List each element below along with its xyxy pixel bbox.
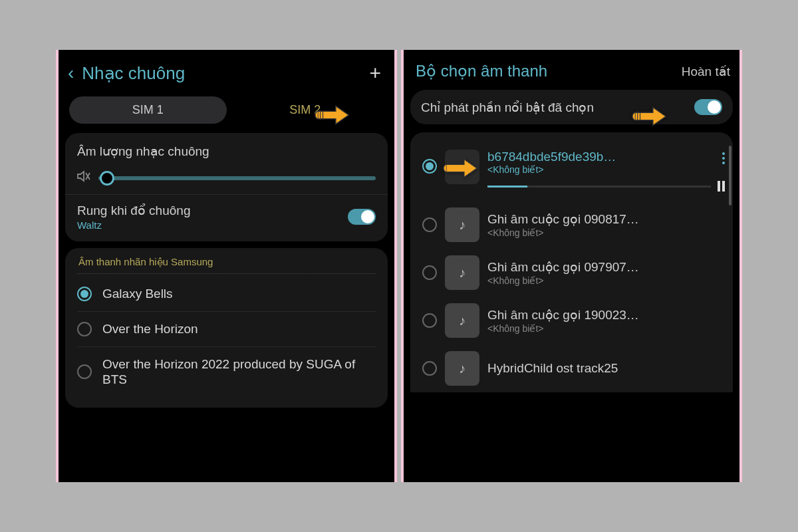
- sound-sub: <Không biết>: [487, 275, 725, 286]
- sound-thumbnail: ♪: [445, 351, 479, 386]
- tone-label: Over the Horizon 2022 produced by SUGA o…: [102, 356, 376, 388]
- volume-section: Âm lượng nhạc chuông Rung khi đổ chuông …: [65, 133, 388, 241]
- radio-unselected[interactable]: [422, 361, 437, 376]
- tone-item[interactable]: Galaxy Bells: [77, 277, 376, 311]
- done-button[interactable]: Hoàn tất: [682, 64, 730, 79]
- radio-selected[interactable]: [77, 287, 92, 301]
- sound-thumbnail: ♪: [445, 255, 479, 290]
- vibrate-toggle[interactable]: [348, 209, 376, 225]
- highlight-label: Chỉ phát phần nổi bật đã chọn: [421, 100, 594, 115]
- radio-unselected[interactable]: [422, 217, 437, 232]
- mute-icon: [77, 170, 92, 186]
- highlight-toggle[interactable]: [694, 99, 722, 115]
- sim-tabs: SIM 1 SIM 2: [59, 92, 394, 133]
- sound-thumbnail: ♪: [445, 207, 479, 242]
- radio-unselected[interactable]: [422, 265, 437, 280]
- sound-thumbnail: [445, 150, 479, 184]
- sound-item[interactable]: ♪ Ghi âm cuộc gọi 190023… <Không biết>: [420, 297, 728, 344]
- tab-sim2[interactable]: SIM 2: [227, 96, 384, 124]
- sound-thumbnail: ♪: [445, 303, 479, 338]
- sound-item[interactable]: ♪ Ghi âm cuộc gọi 097907… <Không biết>: [420, 249, 728, 297]
- sound-title: HybridChild ost track25: [487, 361, 725, 376]
- brand-header: Âm thanh nhãn hiệu Samsung: [77, 256, 376, 274]
- volume-slider[interactable]: [98, 176, 376, 180]
- sound-title: Ghi âm cuộc gọi 090817…: [487, 211, 725, 227]
- tone-label: Over the Horizon: [102, 321, 198, 337]
- sound-item[interactable]: ♪ Ghi âm cuộc gọi 090817… <Không biết>: [420, 201, 728, 249]
- scrollbar[interactable]: [729, 146, 732, 398]
- tone-list: Galaxy Bells Over the Horizon Over the H…: [77, 277, 376, 397]
- playback-row: [487, 181, 725, 192]
- sound-sub: <Không biết>: [487, 164, 717, 175]
- more-icon[interactable]: [722, 152, 725, 164]
- slider-thumb[interactable]: [100, 171, 114, 186]
- sound-title: b6784dbde5f9de39b…: [487, 150, 717, 164]
- radio-unselected[interactable]: [422, 313, 437, 328]
- volume-slider-row: [77, 170, 376, 186]
- tone-label: Galaxy Bells: [102, 286, 173, 302]
- sound-title: Ghi âm cuộc gọi 097907…: [487, 259, 725, 275]
- screen-sound-picker: Bộ chọn âm thanh Hoàn tất Chỉ phát phần …: [401, 50, 742, 482]
- page-title: Bộ chọn âm thanh: [416, 62, 547, 80]
- tone-item[interactable]: Over the Horizon 2022 produced by SUGA o…: [77, 346, 376, 398]
- sound-sub: <Không biết>: [487, 227, 725, 238]
- vibrate-row[interactable]: Rung khi đổ chuông Waltz: [77, 203, 376, 231]
- radio-unselected[interactable]: [77, 322, 92, 336]
- sound-item[interactable]: b6784dbde5f9de39b… <Không biết>: [420, 140, 728, 201]
- volume-label: Âm lượng nhạc chuông: [77, 144, 376, 159]
- header: Bộ chọn âm thanh Hoàn tất: [404, 50, 739, 90]
- tab-sim1[interactable]: SIM 1: [69, 96, 227, 124]
- screen-ringtone-settings: ‹ Nhạc chuông + SIM 1 SIM 2 Âm lượng nhạ…: [56, 50, 397, 482]
- sound-sub: <Không biết>: [487, 323, 725, 334]
- tone-item[interactable]: Over the Horizon: [77, 311, 376, 346]
- radio-selected[interactable]: [422, 159, 437, 174]
- add-button[interactable]: +: [369, 62, 381, 84]
- sound-item[interactable]: ♪ HybridChild ost track25: [420, 344, 728, 392]
- sound-list: b6784dbde5f9de39b… <Không biết> ♪: [410, 132, 733, 392]
- brand-tones-section: Âm thanh nhãn hiệu Samsung Galaxy Bells …: [65, 248, 388, 408]
- page-title: Nhạc chuông: [82, 63, 357, 84]
- vibrate-sub: Waltz: [77, 219, 190, 231]
- vibrate-label: Rung khi đổ chuông: [77, 203, 190, 218]
- progress-bar[interactable]: [487, 186, 711, 188]
- pause-icon[interactable]: [718, 181, 725, 192]
- highlight-toggle-row[interactable]: Chỉ phát phần nổi bật đã chọn: [410, 90, 733, 124]
- radio-unselected[interactable]: [77, 364, 92, 379]
- sound-title: Ghi âm cuộc gọi 190023…: [487, 307, 725, 323]
- back-icon[interactable]: ‹: [68, 63, 74, 84]
- header: ‹ Nhạc chuông +: [59, 50, 394, 92]
